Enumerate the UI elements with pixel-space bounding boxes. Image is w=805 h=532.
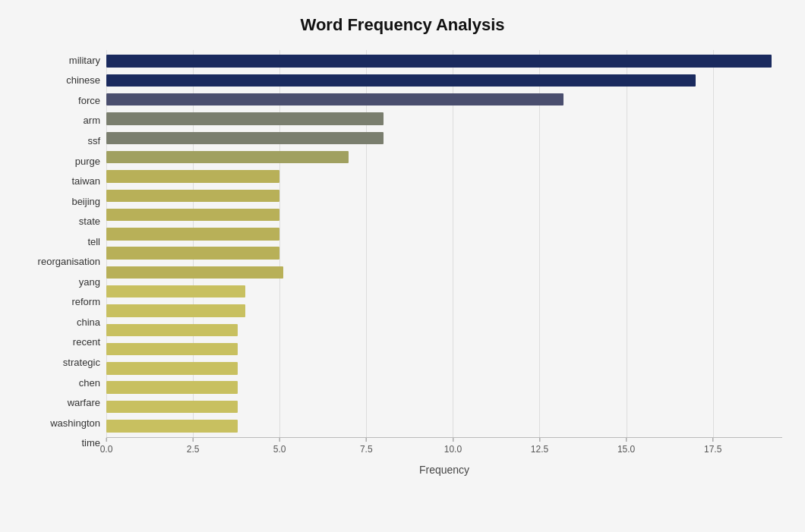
x-tick-label: 10.0 <box>444 444 462 455</box>
bar <box>106 74 696 87</box>
y-label: military <box>69 55 100 65</box>
x-tick-line <box>453 438 453 442</box>
bar-row <box>106 263 782 282</box>
bar <box>106 304 245 316</box>
bar-row <box>106 52 782 71</box>
bar-row <box>106 167 782 186</box>
x-tick: 12.5 <box>531 438 548 455</box>
x-tick: 15.0 <box>617 438 635 455</box>
x-tick: 7.5 <box>360 438 373 455</box>
y-label: strategic <box>63 357 100 367</box>
bar <box>106 362 238 374</box>
x-tick-line <box>712 438 713 442</box>
bar-row <box>106 147 782 166</box>
bar <box>106 228 279 240</box>
bar <box>106 190 279 202</box>
bar <box>106 285 245 297</box>
bar-row <box>106 225 782 244</box>
bars-and-x: 0.02.55.07.510.012.515.017.5 Frequency <box>106 50 782 476</box>
x-axis-title: Frequency <box>106 464 782 476</box>
x-axis: 0.02.55.07.510.012.515.017.5 <box>106 437 782 460</box>
x-tick-label: 7.5 <box>360 444 373 455</box>
bar <box>106 112 384 124</box>
bar-row <box>106 417 782 436</box>
bar-row <box>106 71 782 90</box>
bar-row <box>106 397 782 416</box>
y-label: washington <box>50 418 100 428</box>
y-label: time <box>81 438 100 448</box>
bar <box>106 381 238 393</box>
x-tick-line <box>279 438 280 442</box>
y-label: beijing <box>71 197 100 206</box>
bar-row <box>106 205 782 224</box>
x-tick-label: 0.0 <box>100 444 113 455</box>
y-label: arm <box>84 115 100 125</box>
bar <box>106 55 772 67</box>
bar-row <box>106 90 782 109</box>
y-label: yang <box>79 277 100 287</box>
bars-list <box>106 50 782 437</box>
bar <box>106 324 238 336</box>
y-label: warfare <box>68 398 100 408</box>
y-label: state <box>79 216 100 226</box>
x-tick: 0.0 <box>100 438 113 455</box>
bar <box>106 247 279 259</box>
chart-container: Word Frequency Analysis militarychinesef… <box>0 0 805 532</box>
bar <box>106 266 283 279</box>
x-tick: 10.0 <box>444 438 462 455</box>
bar-row <box>106 359 782 378</box>
x-tick-line <box>193 438 194 442</box>
y-label: ssf <box>87 136 100 146</box>
x-tick-line <box>366 438 367 442</box>
x-tick-line <box>106 438 107 442</box>
y-label: tell <box>87 237 100 247</box>
bar-row <box>106 186 782 205</box>
bar <box>106 209 279 221</box>
x-tick-label: 17.5 <box>704 444 721 455</box>
bar <box>106 132 384 144</box>
chart-title: Word Frequency Analysis <box>23 15 782 35</box>
bar-row <box>106 378 782 397</box>
bar-row <box>106 301 782 320</box>
bar-row <box>106 109 782 128</box>
x-tick: 2.5 <box>187 438 200 455</box>
bar <box>106 93 564 105</box>
x-tick: 17.5 <box>704 438 721 455</box>
bar-row <box>106 320 782 339</box>
bar <box>106 420 238 432</box>
y-labels: militarychineseforcearmssfpurgetaiwanbei… <box>23 50 106 476</box>
bar-row <box>106 244 782 263</box>
y-label: china <box>77 317 100 327</box>
bar-row <box>106 282 782 301</box>
x-tick-label: 15.0 <box>617 444 635 455</box>
x-tick-label: 2.5 <box>187 444 200 455</box>
y-label: force <box>78 96 100 105</box>
y-label: reorganisation <box>38 257 100 266</box>
y-label: chinese <box>66 75 100 85</box>
x-tick-line <box>626 438 627 442</box>
x-tick: 5.0 <box>273 438 286 455</box>
y-label: recent <box>73 337 100 347</box>
x-tick-line <box>539 438 540 442</box>
y-label: taiwan <box>71 176 100 186</box>
y-label: chen <box>79 378 100 388</box>
x-tick-label: 12.5 <box>531 444 548 455</box>
bar-row <box>106 339 782 358</box>
bar <box>106 401 238 413</box>
y-label: purge <box>75 156 100 166</box>
bar <box>106 170 279 182</box>
x-tick-label: 5.0 <box>273 444 286 455</box>
bars-region <box>106 50 782 437</box>
bar <box>106 343 238 355</box>
y-label: reform <box>71 297 100 307</box>
bar <box>106 151 349 163</box>
bar-row <box>106 128 782 147</box>
chart-area: militarychineseforcearmssfpurgetaiwanbei… <box>23 50 782 476</box>
